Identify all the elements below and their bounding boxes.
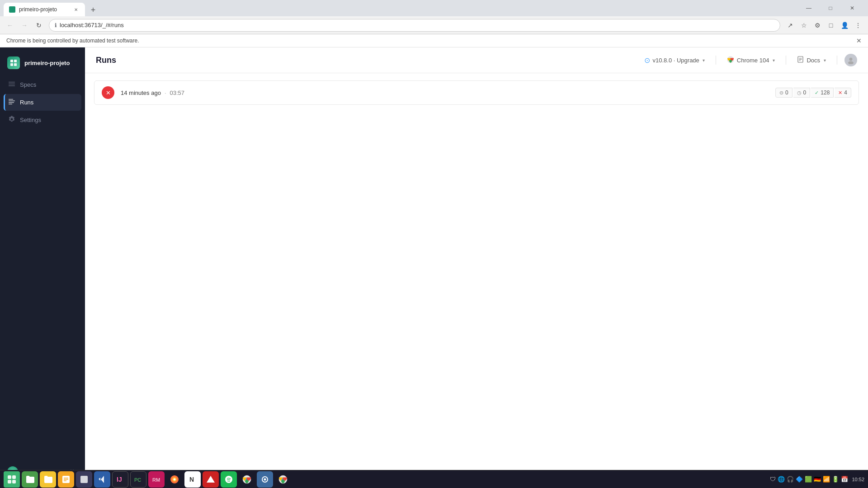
taskbar-app-idea[interactable]: IJ — [112, 471, 128, 488]
browser-text: Chrome 104 — [737, 57, 769, 64]
specs-label: Specs — [20, 81, 36, 88]
taskbar-app-red[interactable] — [203, 471, 219, 488]
stat-failed: ✕ 4 — [835, 88, 851, 98]
settings-label: Settings — [20, 117, 41, 123]
profile-button[interactable]: □ — [825, 19, 837, 32]
project-name: primeiro-projeto — [24, 60, 70, 66]
taskbar-app-cypress[interactable] — [257, 471, 273, 488]
share-button[interactable]: ↗ — [784, 19, 797, 32]
svg-point-18 — [848, 61, 854, 65]
taskbar-clock[interactable]: 10:52 — [852, 477, 864, 482]
headset-icon: 🎧 — [787, 476, 794, 483]
svg-rect-22 — [12, 480, 16, 483]
sidebar-logo[interactable]: primeiro-projeto — [0, 53, 85, 76]
run-meta: 14 minutes ago · 03:57 — [121, 89, 184, 96]
settings-icon — [8, 116, 15, 124]
skipped-count: 0 — [785, 89, 788, 96]
sidebar: primeiro-projeto Specs — [0, 47, 85, 488]
header-actions: ⊙ v10.8.0 · Upgrade ▾ — [641, 54, 857, 66]
sidebar-item-runs[interactable]: Runs — [4, 94, 81, 111]
svg-rect-0 — [10, 60, 13, 62]
taskbar: IJ PC RM N — [0, 470, 868, 488]
app-logo-icon — [7, 56, 20, 69]
stat-pending: ◷ 0 — [793, 88, 811, 98]
separator-2 — [786, 56, 786, 65]
extensions-button[interactable]: ⚙ — [811, 19, 824, 32]
taskbar-app-chrome[interactable] — [239, 471, 255, 488]
sidebar-item-settings[interactable]: Settings — [4, 112, 81, 128]
calendar-icon: 📅 — [841, 476, 848, 483]
run-status-failed-icon: ✕ — [102, 86, 114, 99]
svg-rect-20 — [12, 475, 16, 479]
account-button[interactable]: 👤 — [838, 19, 851, 32]
svg-text:N: N — [189, 476, 194, 483]
active-tab[interactable]: primeiro-projeto ✕ — [4, 3, 85, 16]
bluetooth-icon: 🔷 — [796, 476, 803, 483]
back-button[interactable]: ← — [4, 19, 16, 32]
taskbar-app-firefox[interactable] — [166, 471, 183, 488]
taskbar-app-chrome2[interactable] — [275, 471, 291, 488]
skip-icon: ⊝ — [779, 90, 783, 96]
taskbar-app-files[interactable] — [22, 471, 38, 488]
stat-skipped: ⊝ 0 — [775, 88, 793, 98]
version-badge[interactable]: ⊙ v10.8.0 · Upgrade ▾ — [641, 54, 708, 66]
browser-chevron: ▾ — [773, 58, 775, 63]
taskbar-app-dark[interactable] — [76, 471, 92, 488]
browser-selector[interactable]: Chrome 104 ▾ — [723, 54, 779, 66]
sidebar-nav: Specs Runs — [0, 76, 85, 128]
pending-icon: ◷ — [797, 90, 802, 96]
fail-icon: ✕ — [838, 90, 842, 96]
address-bar[interactable]: ℹ localhost:36713/_/#/runs — [49, 19, 780, 32]
taskbar-app-vscode[interactable] — [94, 471, 110, 488]
taskbar-app-pycharm[interactable]: PC — [130, 471, 146, 488]
taskbar-app-folder[interactable] — [40, 471, 56, 488]
docs-button[interactable]: Docs ▾ — [793, 54, 830, 66]
svg-rect-6 — [9, 85, 15, 86]
reload-button[interactable]: ↻ — [33, 19, 45, 32]
new-tab-button[interactable]: + — [87, 4, 99, 16]
pass-icon: ✓ — [815, 90, 819, 96]
svg-rect-8 — [9, 101, 15, 102]
app-layout: primeiro-projeto Specs — [0, 47, 868, 488]
taskbar-app-notion[interactable]: N — [184, 471, 201, 488]
tab-favicon — [9, 6, 15, 13]
passed-count: 128 — [821, 89, 830, 96]
main-header: Runs ⊙ v10.8.0 · Upgrade ▾ — [85, 47, 868, 73]
svg-rect-4 — [9, 82, 15, 83]
run-list: ✕ 14 minutes ago · 03:57 ⊝ 0 ◷ 0 — [85, 73, 868, 116]
forward-button[interactable]: → — [18, 19, 31, 32]
sidebar-item-specs[interactable]: Specs — [4, 76, 81, 93]
version-chevron: ▾ — [703, 58, 705, 63]
taskbar-app-1[interactable] — [4, 471, 20, 488]
flag-icon: 🇩🇪 — [814, 476, 821, 483]
network-icon: 🌐 — [778, 476, 785, 483]
svg-rect-19 — [8, 475, 11, 479]
nav-bar: ← → ↻ ℹ localhost:36713/_/#/runs ↗ ☆ ⚙ □… — [0, 16, 868, 34]
tab-close-button[interactable]: ✕ — [72, 6, 80, 13]
runs-icon — [8, 98, 15, 107]
docs-icon — [797, 56, 804, 64]
taskbar-app-rubymine[interactable]: RM — [148, 471, 165, 488]
taskbar-app-spotify[interactable] — [221, 471, 237, 488]
minimize-button[interactable]: — — [798, 0, 819, 16]
svg-rect-3 — [14, 63, 17, 66]
shield-icon: 🛡 — [770, 476, 776, 483]
warning-close-button[interactable]: ✕ — [856, 37, 862, 44]
docs-text: Docs — [807, 57, 820, 64]
run-item[interactable]: ✕ 14 minutes ago · 03:57 ⊝ 0 ◷ 0 — [94, 80, 859, 105]
tab-title: primeiro-projeto — [19, 6, 69, 13]
window-close-button[interactable]: ✕ — [842, 0, 863, 16]
user-avatar[interactable] — [844, 54, 857, 66]
runs-label: Runs — [20, 99, 33, 106]
separator-1 — [716, 56, 716, 65]
taskbar-right: 🛡 🌐 🎧 🔷 🟩 🇩🇪 📶 🔋 📅 10:52 — [770, 476, 864, 483]
taskbar-app-notes[interactable] — [58, 471, 74, 488]
svg-rect-2 — [10, 63, 13, 66]
automation-warning-text: Chrome is being controlled by automated … — [6, 38, 139, 44]
bookmark-button[interactable]: ☆ — [797, 19, 810, 32]
maximize-button[interactable]: □ — [820, 0, 841, 16]
tab-bar: primeiro-projeto ✕ + — □ ✕ — [0, 0, 868, 16]
svg-rect-10 — [9, 104, 12, 105]
menu-button[interactable]: ⋮ — [852, 19, 864, 32]
version-icon: ⊙ — [644, 56, 650, 65]
